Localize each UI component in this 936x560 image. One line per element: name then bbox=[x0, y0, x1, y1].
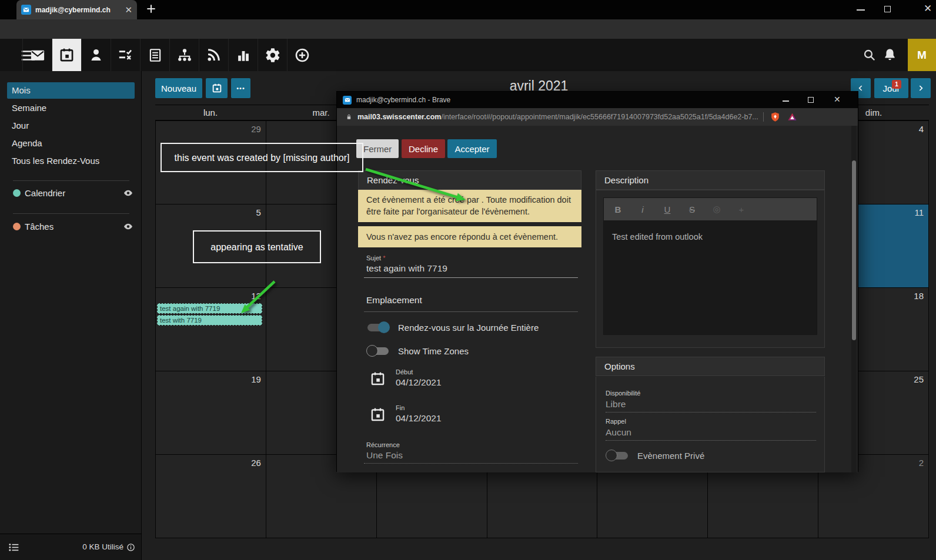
rss-tab[interactable] bbox=[199, 39, 228, 71]
description-text[interactable]: Test edited from outlook bbox=[604, 220, 817, 334]
new-tab-icon[interactable] bbox=[145, 3, 157, 15]
dow-label: lun. bbox=[155, 105, 266, 120]
strikethrough-icon[interactable]: S bbox=[687, 204, 697, 214]
divider bbox=[13, 180, 129, 181]
day-view-button[interactable]: Jour bbox=[874, 78, 908, 98]
eye-icon[interactable] bbox=[122, 222, 134, 232]
format-icon[interactable]: ◎ bbox=[712, 204, 721, 214]
sidebar-item-semaine[interactable]: Semaine bbox=[0, 100, 142, 116]
brave-shield-icon[interactable] bbox=[770, 111, 781, 123]
response-warning: Vous n'avez pas encore répondu à cet évè… bbox=[358, 226, 581, 247]
calendar-day-cell[interactable]: 19 bbox=[156, 371, 266, 454]
insert-plus-icon[interactable]: + bbox=[737, 204, 746, 214]
contacts-tab[interactable] bbox=[81, 39, 111, 71]
subject-field[interactable]: test again with 7719 bbox=[366, 263, 447, 274]
screen: madjik@cybermind.ch ✕ ✕ mail03.swisscent… bbox=[0, 0, 936, 560]
calendar-day-cell[interactable]: 26 bbox=[156, 455, 266, 538]
popup-maximize-icon[interactable] bbox=[808, 97, 814, 103]
popup-close-icon[interactable]: ✕ bbox=[834, 95, 841, 104]
recurrence-field[interactable]: Une Fois bbox=[366, 450, 403, 461]
mini-calendar-button[interactable] bbox=[206, 78, 228, 98]
window-minimize-icon[interactable] bbox=[857, 9, 865, 11]
notes-tab[interactable] bbox=[140, 39, 169, 71]
bold-icon[interactable]: B bbox=[613, 204, 623, 214]
scrollbar-thumb[interactable] bbox=[852, 160, 856, 340]
bat-rewards-icon[interactable] bbox=[787, 112, 798, 122]
field-dotted-underline bbox=[606, 412, 816, 413]
rendezvous-section-header: Rendez-vous bbox=[358, 170, 581, 190]
eye-icon[interactable] bbox=[122, 188, 134, 198]
bar-chart-icon bbox=[236, 48, 251, 63]
new-event-button[interactable]: Nouveau bbox=[155, 78, 202, 98]
sidebar-item-taches[interactable]: Tâches bbox=[25, 222, 54, 232]
add-tab[interactable] bbox=[287, 39, 316, 71]
mail-icon bbox=[29, 47, 46, 63]
more-options-button[interactable]: ••• bbox=[231, 78, 250, 98]
start-date-label: Début bbox=[396, 368, 413, 375]
timezones-toggle[interactable] bbox=[366, 346, 390, 357]
window-maximize-icon[interactable] bbox=[884, 6, 891, 12]
info-icon[interactable] bbox=[126, 543, 135, 552]
divider bbox=[13, 213, 129, 214]
sidebar-item-mois[interactable]: Mois bbox=[7, 82, 135, 99]
window-close-icon[interactable]: ✕ bbox=[924, 2, 932, 15]
private-event-label: Evènement Privé bbox=[637, 450, 704, 461]
search-icon[interactable] bbox=[862, 48, 877, 62]
start-date-field[interactable]: 04/12/2021 bbox=[396, 377, 442, 388]
tab-close-icon[interactable]: ✕ bbox=[125, 5, 132, 14]
avatar[interactable]: M bbox=[908, 39, 936, 71]
browser-tab[interactable]: madjik@cybermind.ch ✕ bbox=[16, 0, 137, 19]
divider bbox=[763, 112, 764, 122]
day-number: 29 bbox=[156, 121, 266, 135]
calendar-day-cell[interactable]: 12test again with 7719test with 7719 bbox=[156, 288, 266, 371]
underline-icon[interactable]: U bbox=[663, 204, 672, 214]
accepter-button[interactable]: Accepter bbox=[447, 139, 497, 158]
private-event-toggle[interactable] bbox=[606, 450, 629, 461]
popup-scrollbar[interactable] bbox=[851, 126, 857, 472]
orgchart-icon bbox=[176, 47, 193, 63]
popup-url-domain: mail03.swisscenter.com bbox=[357, 113, 441, 121]
required-asterisk: * bbox=[383, 254, 385, 261]
day-number: 19 bbox=[156, 371, 266, 385]
popup-content: Fermer Decline Accepter Rendez-vous Cet … bbox=[337, 126, 858, 472]
mail-favicon-icon bbox=[21, 5, 31, 15]
sidebar-item-tous-les-rendez-vous[interactable]: Tous les Rendez-Vous bbox=[0, 153, 142, 169]
tasks-icon bbox=[118, 47, 133, 63]
popup-url-bar[interactable]: mail03.swisscenter.com/interface/root#/p… bbox=[337, 108, 858, 126]
next-period-button[interactable] bbox=[911, 78, 931, 98]
calendar-tab[interactable] bbox=[52, 39, 81, 71]
description-editor[interactable]: B i U S ◎ + Test edited from outlook bbox=[603, 197, 817, 335]
field-underline bbox=[364, 277, 578, 278]
calendar-event[interactable]: test again with 7719 bbox=[157, 303, 262, 314]
options-panel: Disponibilité Libre Rappel Aucun Evèneme… bbox=[596, 377, 825, 472]
reminder-field[interactable]: Aucun bbox=[606, 427, 631, 438]
popup-title-bar[interactable]: madjik@cybermind.ch - Brave ✕ bbox=[337, 92, 858, 108]
sidebar: Mois Semaine Jour Agenda Tous les Rendez… bbox=[0, 71, 142, 534]
tasks-tab[interactable] bbox=[111, 39, 140, 71]
location-field-label[interactable]: Emplacement bbox=[366, 295, 422, 306]
all-day-toggle[interactable] bbox=[366, 322, 390, 333]
italic-icon[interactable]: i bbox=[638, 204, 647, 214]
reports-tab[interactable] bbox=[228, 39, 258, 71]
reminder-label: Rappel bbox=[606, 418, 626, 425]
popup-minimize-icon[interactable] bbox=[783, 100, 789, 102]
sidebar-item-jour[interactable]: Jour bbox=[0, 118, 142, 134]
orgchart-tab[interactable] bbox=[169, 39, 199, 71]
calendar-icon bbox=[59, 47, 75, 63]
availability-field[interactable]: Libre bbox=[606, 399, 626, 410]
contacts-icon bbox=[88, 47, 104, 63]
sidebar-item-calendrier[interactable]: Calendrier bbox=[25, 188, 65, 198]
tab-title: madjik@cybermind.ch bbox=[35, 6, 125, 14]
list-icon[interactable] bbox=[7, 541, 21, 554]
decline-button[interactable]: Decline bbox=[402, 139, 445, 158]
settings-tab[interactable] bbox=[258, 39, 287, 71]
mail-tab[interactable] bbox=[22, 39, 52, 71]
tasks-color-dot bbox=[13, 223, 21, 230]
notifications-bell-icon[interactable] bbox=[882, 47, 898, 63]
editor-toolbar: B i U S ◎ + bbox=[604, 198, 817, 220]
calendar-event[interactable]: test with 7719 bbox=[157, 315, 262, 326]
sidebar-item-agenda[interactable]: Agenda bbox=[0, 135, 142, 152]
rss-icon bbox=[206, 47, 222, 63]
subject-label: Sujet * bbox=[366, 254, 385, 261]
end-date-field[interactable]: 04/12/2021 bbox=[396, 413, 442, 424]
